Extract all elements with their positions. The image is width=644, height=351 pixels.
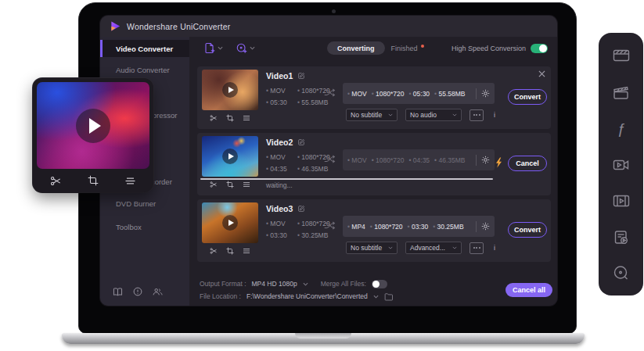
video3-thumbnail[interactable] xyxy=(202,202,258,243)
settings-gear-icon[interactable] xyxy=(481,89,490,98)
mini-player xyxy=(33,78,153,192)
video2-thumbnail[interactable] xyxy=(202,136,258,177)
convert-button[interactable]: Convert xyxy=(508,89,547,105)
more-info-icon[interactable]: i xyxy=(491,244,498,252)
output-settings: Output Format : MP4 HD 1080p Merge All F… xyxy=(200,278,394,303)
task-row-video1: Video1 MOV1080*720 05:3055.58MB MOV1080*… xyxy=(197,66,551,129)
play-icon[interactable] xyxy=(222,215,238,231)
subtitle-select[interactable]: No subtitle xyxy=(346,242,398,254)
effects-sliders-icon[interactable] xyxy=(243,247,250,255)
effects-sliders-icon[interactable] xyxy=(243,114,250,122)
status-text: waiting... xyxy=(266,181,293,189)
support-info-icon[interactable] xyxy=(133,287,142,296)
file-location-value[interactable]: F:\Wondershare UniConverter\Converted xyxy=(246,292,368,300)
open-folder-icon[interactable] xyxy=(384,292,394,301)
webcam-dot xyxy=(332,9,336,13)
mini-player-toolbar xyxy=(37,169,149,192)
convert-arrows-icon xyxy=(324,88,336,98)
guide-book-icon[interactable] xyxy=(113,287,123,296)
merge-all-files-toggle[interactable] xyxy=(372,280,387,288)
sidebar-item-video-converter[interactable]: Video Converter xyxy=(100,40,189,57)
crop-icon[interactable] xyxy=(226,181,234,188)
sidebar-item-audio-converter[interactable]: Audio Converter xyxy=(100,62,189,77)
crop-icon[interactable] xyxy=(88,175,99,186)
video1-title: Video1 xyxy=(266,71,293,81)
cancel-button[interactable]: Cancel xyxy=(508,156,547,171)
toolbar: Converting Finished High Speed Conversio… xyxy=(189,37,557,62)
audio-select[interactable]: Advanced... xyxy=(405,242,462,254)
task-row-video2: Video2 MOV1080*720 04:3546.35MB MOV1080*… xyxy=(197,133,551,195)
chevron-down-icon[interactable] xyxy=(303,282,308,286)
tab-finished[interactable]: Finished xyxy=(391,45,424,52)
trim-scissors-icon[interactable] xyxy=(50,175,62,187)
video-merge-icon[interactable] xyxy=(613,47,630,64)
effects-sliders-icon[interactable] xyxy=(124,175,136,187)
task-list: Video1 MOV1080*720 05:3055.58MB MOV1080*… xyxy=(197,66,551,266)
subtitle-select[interactable]: No subtitle xyxy=(346,109,398,121)
settings-gear-icon[interactable] xyxy=(481,156,490,164)
add-dvd-button[interactable] xyxy=(236,42,255,54)
play-icon[interactable] xyxy=(222,149,238,164)
subtitle-editor-icon[interactable] xyxy=(470,242,484,254)
app-titlebar: Wondershare UniConverter xyxy=(100,16,557,37)
progress-bar xyxy=(200,178,493,180)
rename-edit-icon[interactable] xyxy=(297,72,305,80)
target-format-box: MOV1080*72004:3546.35MB xyxy=(343,149,495,170)
more-info-icon[interactable]: i xyxy=(491,111,498,119)
app-title: Wondershare UniConverter xyxy=(127,22,230,31)
disc-search-icon[interactable] xyxy=(613,265,629,281)
trim-scissors-icon[interactable] xyxy=(210,247,218,255)
source-info: MOV1080*720 03:3030.25MB xyxy=(266,220,330,243)
play-icon[interactable] xyxy=(222,82,238,98)
sidebar-item-dvd-burner[interactable]: DVD Burner xyxy=(100,195,189,211)
sidebar-item-toolbox[interactable]: Toolbox xyxy=(100,219,189,235)
high-speed-toggle[interactable] xyxy=(531,44,548,53)
cancel-all-button[interactable]: Cancel all xyxy=(505,283,552,297)
community-icon[interactable] xyxy=(153,287,163,296)
subtitle-editor-icon[interactable] xyxy=(470,109,484,121)
trim-scissors-icon[interactable] xyxy=(210,181,218,188)
output-format-value[interactable]: MP4 HD 1080p xyxy=(252,280,297,288)
audio-select[interactable]: No audio xyxy=(405,109,462,121)
source-info: MOV1080*720 05:3055.58MB xyxy=(266,87,330,110)
play-icon[interactable] xyxy=(76,109,110,143)
crop-icon[interactable] xyxy=(226,114,234,122)
file-location-label: File Location : xyxy=(200,292,241,300)
screen-record-camera-icon[interactable] xyxy=(613,157,630,173)
rename-edit-icon[interactable] xyxy=(297,205,305,213)
effects-sliders-icon[interactable] xyxy=(243,181,250,188)
trim-scissors-icon[interactable] xyxy=(210,114,218,122)
media-list-play-icon[interactable] xyxy=(613,230,629,245)
mini-player-video[interactable] xyxy=(37,82,149,169)
high-speed-conversion: High Speed Conversion xyxy=(452,44,548,53)
merge-all-files-label: Merge All Files: xyxy=(321,280,366,288)
app-window: Wondershare UniConverter Video Converter… xyxy=(100,16,557,306)
feature-dock: ƒ xyxy=(599,33,643,295)
clapperboard-icon[interactable] xyxy=(613,84,630,102)
video3-title: Video3 xyxy=(266,204,293,213)
convert-button[interactable]: Convert xyxy=(508,222,547,238)
main-content: Converting Finished High Speed Conversio… xyxy=(189,37,557,306)
rename-edit-icon[interactable] xyxy=(297,138,305,146)
add-files-button[interactable] xyxy=(203,42,223,54)
app-logo-icon xyxy=(110,20,121,32)
close-task-icon[interactable] xyxy=(538,70,545,77)
target-format-box: MP41080*72003:3030.25MB xyxy=(343,216,495,237)
convert-arrows-icon xyxy=(324,220,336,231)
convert-arrows-icon xyxy=(324,154,336,164)
filmstrip-play-icon[interactable] xyxy=(613,192,630,210)
high-speed-lightning-icon xyxy=(495,157,502,168)
target-format-box: MOV1080*72005:3055.58MB xyxy=(343,83,495,104)
effects-fx-icon[interactable]: ƒ xyxy=(617,121,625,137)
crop-icon[interactable] xyxy=(226,247,234,255)
source-info: MOV1080*720 04:3546.35MB xyxy=(266,153,330,177)
chevron-down-icon[interactable] xyxy=(373,295,379,299)
video1-thumbnail[interactable] xyxy=(202,70,258,110)
laptop-base xyxy=(62,333,585,344)
sidebar-footer xyxy=(113,287,163,296)
screenshot-stage: Wondershare UniConverter Video Converter… xyxy=(0,0,644,351)
tab-converting[interactable]: Converting xyxy=(327,41,385,55)
tab-finished-label: Finished xyxy=(391,45,418,52)
settings-gear-icon[interactable] xyxy=(481,222,490,231)
finished-badge-dot xyxy=(421,45,424,48)
